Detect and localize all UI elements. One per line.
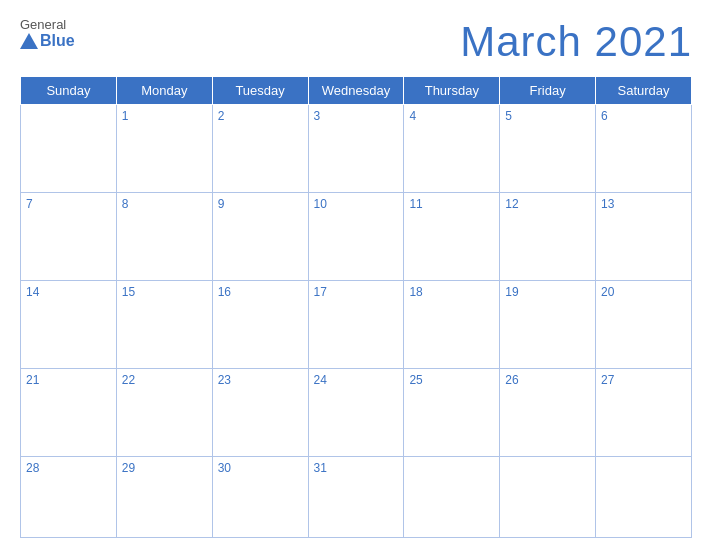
day-cell: 30 [212, 457, 308, 538]
day-number: 21 [26, 373, 39, 387]
logo-blue-text: Blue [40, 32, 75, 50]
day-number: 28 [26, 461, 39, 475]
day-number: 8 [122, 197, 129, 211]
day-number: 9 [218, 197, 225, 211]
day-cell [596, 457, 692, 538]
day-cell: 3 [308, 105, 404, 193]
day-cell [21, 105, 117, 193]
day-number: 17 [314, 285, 327, 299]
day-number: 29 [122, 461, 135, 475]
day-cell: 13 [596, 193, 692, 281]
day-cell: 4 [404, 105, 500, 193]
day-number: 14 [26, 285, 39, 299]
col-sunday: Sunday [21, 77, 117, 105]
day-cell: 8 [116, 193, 212, 281]
day-number: 3 [314, 109, 321, 123]
day-number: 1 [122, 109, 129, 123]
week-row-1: 123456 [21, 105, 692, 193]
day-cell: 1 [116, 105, 212, 193]
day-cell: 16 [212, 281, 308, 369]
day-number: 20 [601, 285, 614, 299]
day-number: 26 [505, 373, 518, 387]
day-number: 19 [505, 285, 518, 299]
calendar-table: Sunday Monday Tuesday Wednesday Thursday… [20, 76, 692, 538]
day-cell: 29 [116, 457, 212, 538]
day-cell [500, 457, 596, 538]
month-title: March 2021 [460, 18, 692, 66]
day-number: 25 [409, 373, 422, 387]
day-cell: 17 [308, 281, 404, 369]
day-cell: 6 [596, 105, 692, 193]
col-wednesday: Wednesday [308, 77, 404, 105]
day-cell: 5 [500, 105, 596, 193]
day-cell: 11 [404, 193, 500, 281]
day-number: 6 [601, 109, 608, 123]
week-row-4: 21222324252627 [21, 369, 692, 457]
day-number: 23 [218, 373, 231, 387]
day-cell: 15 [116, 281, 212, 369]
day-cell: 19 [500, 281, 596, 369]
day-cell: 2 [212, 105, 308, 193]
day-cell: 12 [500, 193, 596, 281]
day-number: 24 [314, 373, 327, 387]
calendar-page: General Blue March 2021 Sunday Monday Tu… [0, 0, 712, 550]
day-cell: 22 [116, 369, 212, 457]
day-cell [404, 457, 500, 538]
day-number: 13 [601, 197, 614, 211]
day-cell: 14 [21, 281, 117, 369]
day-cell: 28 [21, 457, 117, 538]
logo-triangle-icon [20, 33, 38, 49]
day-number: 30 [218, 461, 231, 475]
day-cell: 25 [404, 369, 500, 457]
week-row-3: 14151617181920 [21, 281, 692, 369]
day-number: 18 [409, 285, 422, 299]
day-number: 5 [505, 109, 512, 123]
col-tuesday: Tuesday [212, 77, 308, 105]
col-friday: Friday [500, 77, 596, 105]
day-cell: 27 [596, 369, 692, 457]
header-row: Sunday Monday Tuesday Wednesday Thursday… [21, 77, 692, 105]
col-thursday: Thursday [404, 77, 500, 105]
day-cell: 9 [212, 193, 308, 281]
day-cell: 10 [308, 193, 404, 281]
week-row-5: 28293031 [21, 457, 692, 538]
day-cell: 18 [404, 281, 500, 369]
day-number: 27 [601, 373, 614, 387]
day-cell: 7 [21, 193, 117, 281]
day-cell: 23 [212, 369, 308, 457]
day-cell: 24 [308, 369, 404, 457]
day-number: 2 [218, 109, 225, 123]
day-number: 22 [122, 373, 135, 387]
day-number: 4 [409, 109, 416, 123]
day-number: 16 [218, 285, 231, 299]
day-cell: 21 [21, 369, 117, 457]
col-saturday: Saturday [596, 77, 692, 105]
logo: General Blue [20, 18, 75, 50]
header: General Blue March 2021 [20, 18, 692, 66]
week-row-2: 78910111213 [21, 193, 692, 281]
day-cell: 31 [308, 457, 404, 538]
day-number: 12 [505, 197, 518, 211]
day-number: 11 [409, 197, 422, 211]
day-number: 7 [26, 197, 33, 211]
day-number: 10 [314, 197, 327, 211]
logo-general-text: General [20, 18, 66, 32]
col-monday: Monday [116, 77, 212, 105]
day-cell: 20 [596, 281, 692, 369]
day-cell: 26 [500, 369, 596, 457]
day-number: 31 [314, 461, 327, 475]
day-number: 15 [122, 285, 135, 299]
